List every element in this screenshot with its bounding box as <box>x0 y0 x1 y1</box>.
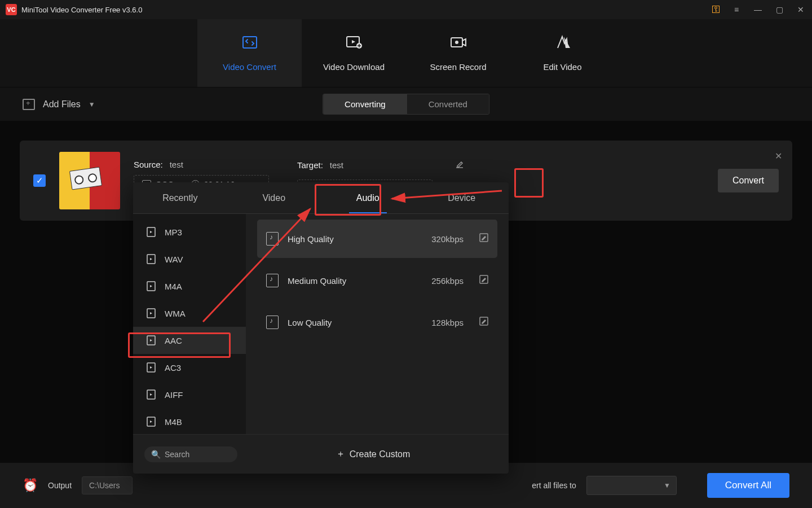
main-nav: Video Convert Video Download Screen Reco… <box>0 19 812 87</box>
tab-video-convert[interactable]: Video Convert <box>197 19 302 87</box>
source-label: Source: <box>134 160 163 169</box>
tab-screen-record-label: Screen Record <box>430 62 486 72</box>
target-name: test <box>330 160 343 170</box>
audio-format-icon <box>145 416 157 427</box>
add-files-label: Add Files <box>43 99 81 110</box>
audio-format-icon <box>145 226 157 238</box>
key-icon[interactable]: ⚿ <box>712 5 721 15</box>
file-checkbox[interactable]: ✓ <box>33 174 46 187</box>
format-search-input[interactable]: 🔍 Search <box>144 446 237 462</box>
audio-file-icon <box>266 274 279 287</box>
audio-file-icon <box>266 232 279 246</box>
convert-all-files-label: ert all files to <box>532 481 576 490</box>
format-item-aac[interactable]: AAC <box>133 327 246 354</box>
edit-video-icon <box>553 34 572 54</box>
tab-converting[interactable]: Converting <box>323 94 407 114</box>
audio-format-icon <box>145 335 157 346</box>
edit-target-icon[interactable] <box>455 160 464 170</box>
format-item-wav[interactable]: WAV <box>133 246 246 273</box>
tab-screen-record[interactable]: Screen Record <box>406 19 510 87</box>
format-sidebar[interactable]: MP3WAVM4AWMAAACAC3AIFFM4B <box>133 214 246 434</box>
tab-edit-video-label: Edit Video <box>543 62 581 72</box>
dropdown-tab-recently[interactable]: Recently <box>133 182 227 213</box>
source-name: test <box>170 160 183 169</box>
format-item-mp3[interactable]: MP3 <box>133 218 246 246</box>
plus-icon: ＋ <box>336 448 345 460</box>
chevron-down-icon: ▼ <box>89 100 95 108</box>
output-label: Output <box>48 481 72 490</box>
format-item-m4b[interactable]: M4B <box>133 408 246 434</box>
format-item-aiff[interactable]: AIFF <box>133 381 246 408</box>
audio-format-icon <box>145 362 157 373</box>
toolbar: Add Files ▼ Converting Converted <box>0 87 812 121</box>
dropdown-tab-audio[interactable]: Audio <box>321 182 415 213</box>
quality-item[interactable]: High Quality320kbps <box>257 220 497 258</box>
tab-video-download-label: Video Download <box>323 62 385 72</box>
download-icon <box>345 34 364 54</box>
convert-segment: Converting Converted <box>323 94 489 115</box>
edit-quality-icon[interactable] <box>479 275 488 286</box>
format-item-m4a[interactable]: M4A <box>133 273 246 300</box>
audio-format-icon <box>145 308 157 319</box>
audio-format-icon <box>145 253 157 265</box>
quality-list: High Quality320kbpsMedium Quality256kbps… <box>246 214 509 434</box>
tab-converted[interactable]: Converted <box>407 94 489 114</box>
menu-icon[interactable]: ≡ <box>731 5 742 14</box>
app-title: MiniTool Video Converter Free v3.6.0 <box>21 6 142 14</box>
create-custom-label: Create Custom <box>350 449 411 459</box>
remove-file-button[interactable]: ✕ <box>775 151 782 161</box>
dropdown-tab-device[interactable]: Device <box>415 182 509 213</box>
format-item-ac3[interactable]: AC3 <box>133 354 246 381</box>
tab-edit-video[interactable]: Edit Video <box>510 19 615 87</box>
audio-format-icon <box>145 281 157 292</box>
create-custom-button[interactable]: ＋ Create Custom <box>249 448 497 460</box>
add-files-button[interactable]: Add Files ▼ <box>23 99 95 110</box>
app-icon: VC <box>6 4 17 15</box>
quality-item[interactable]: Medium Quality256kbps <box>257 261 497 300</box>
titlebar: VC MiniTool Video Converter Free v3.6.0 … <box>0 0 812 19</box>
tab-video-convert-label: Video Convert <box>223 62 276 72</box>
convert-button[interactable]: Convert <box>718 169 779 192</box>
format-item-wma[interactable]: WMA <box>133 300 246 327</box>
audio-file-icon <box>266 316 279 329</box>
schedule-icon[interactable]: ⏰ <box>23 478 38 493</box>
svg-point-4 <box>455 41 458 44</box>
add-files-icon <box>23 99 35 110</box>
search-placeholder: Search <box>165 450 189 459</box>
edit-quality-icon[interactable] <box>479 233 488 244</box>
chevron-down-icon: ▼ <box>664 481 670 489</box>
svg-rect-0 <box>243 37 257 48</box>
audio-format-icon <box>145 389 157 400</box>
minimize-icon[interactable]: — <box>752 5 764 14</box>
dropdown-tab-video[interactable]: Video <box>227 182 321 213</box>
tab-video-download[interactable]: Video Download <box>302 19 406 87</box>
quality-item[interactable]: Low Quality128kbps <box>257 303 497 341</box>
close-icon[interactable]: ✕ <box>795 5 806 14</box>
file-thumbnail <box>59 152 120 209</box>
format-dropdown: Recently Video Audio Device MP3WAVM4AWMA… <box>133 182 509 474</box>
convert-icon <box>240 34 259 54</box>
edit-quality-icon[interactable] <box>479 317 488 328</box>
output-path-field[interactable]: C:\Users <box>82 476 133 494</box>
record-icon <box>449 34 468 54</box>
search-icon: 🔍 <box>151 450 161 459</box>
target-label: Target: <box>297 160 323 170</box>
maximize-icon[interactable]: ▢ <box>774 5 785 14</box>
target-format-select[interactable]: ▼ <box>586 476 677 495</box>
convert-all-button[interactable]: Convert All <box>707 473 789 498</box>
